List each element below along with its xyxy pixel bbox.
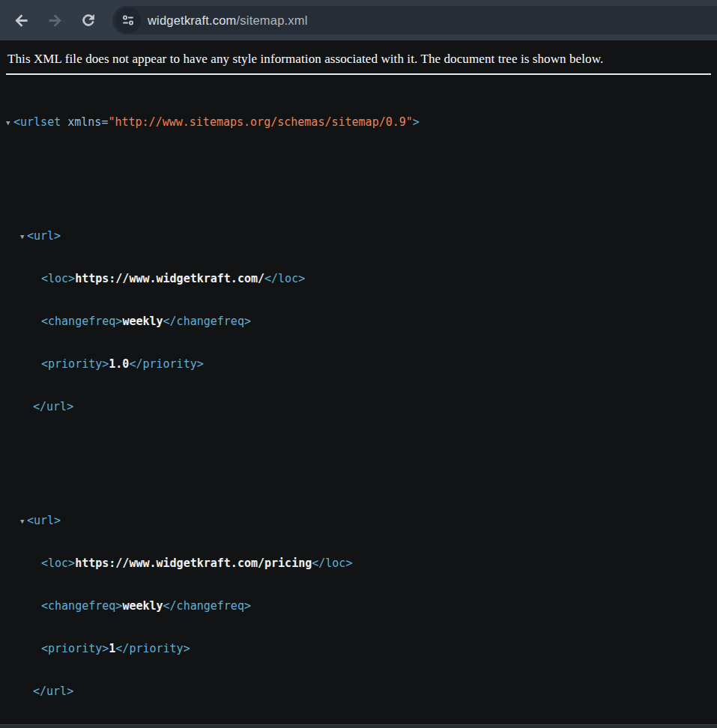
url-text[interactable]: widgetkraft.com/sitemap.xml — [148, 13, 308, 28]
back-button[interactable] — [8, 7, 34, 33]
site-info-button[interactable] — [115, 7, 141, 33]
url-open-tag: <url> — [27, 514, 61, 527]
url-path: /sitemap.xml — [237, 13, 308, 27]
priority-line: <priority>1.0</priority> — [0, 357, 717, 371]
priority-close-tag: </priority> — [115, 642, 190, 655]
loc-close-tag: </loc> — [264, 272, 305, 285]
priority-open-tag: <priority> — [41, 642, 109, 655]
reload-icon — [80, 12, 97, 28]
root-open-bracket: > — [413, 115, 420, 129]
xml-url-node: ▼<url> <loc>https://www.widgetkraft.com/… — [0, 485, 717, 727]
changefreq-line: <changefreq>weekly</changefreq> — [0, 599, 717, 613]
url-open-tag: <url> — [27, 229, 61, 243]
priority-close-tag: </priority> — [129, 357, 203, 371]
loc-close-tag: </loc> — [312, 556, 352, 570]
url-close-line: </url> — [0, 400, 717, 414]
url-close-tag: </url> — [33, 685, 73, 698]
loc-value: https://www.widgetkraft.com/ — [75, 272, 264, 285]
nav-buttons — [8, 7, 101, 33]
root-open-tag: <urlset — [13, 115, 67, 129]
forward-button[interactable] — [42, 7, 67, 33]
xml-url-list: ▼<url> <loc>https://www.widgetkraft.com/… — [0, 172, 717, 728]
url-open-line: ▼<url> — [0, 229, 717, 243]
root-attr-name: xmlns= — [67, 115, 108, 129]
loc-open-tag: <loc> — [41, 272, 75, 285]
changefreq-open-tag: <changefreq> — [41, 315, 122, 328]
xml-url-node: ▼<url> <loc>https://www.widgetkraft.com/… — [0, 201, 717, 443]
changefreq-close-tag: </changefreq> — [163, 599, 251, 613]
xml-root-open-line: ▼<urlset xmlns="http://www.sitemaps.org/… — [0, 115, 717, 130]
collapse-arrow-icon[interactable]: ▼ — [20, 515, 27, 529]
loc-open-tag: <loc> — [41, 556, 75, 570]
url-open-line: ▼<url> — [0, 514, 717, 528]
collapse-arrow-icon[interactable]: ▼ — [6, 116, 13, 130]
xml-tree: ▼<urlset xmlns="http://www.sitemaps.org/… — [0, 75, 717, 728]
collapse-arrow-icon[interactable]: ▼ — [20, 230, 27, 244]
xml-style-notice: This XML file does not appear to have an… — [0, 40, 717, 73]
reload-button[interactable] — [76, 7, 101, 33]
priority-open-tag: <priority> — [41, 357, 109, 371]
priority-line: <priority>1</priority> — [0, 642, 717, 656]
priority-value: 1 — [109, 642, 115, 655]
url-bar[interactable]: widgetkraft.com/sitemap.xml — [112, 6, 717, 34]
changefreq-value: weekly — [122, 315, 163, 328]
priority-value: 1.0 — [109, 357, 129, 371]
changefreq-value: weekly — [122, 599, 163, 613]
horizontal-scrollbar-edge[interactable] — [0, 724, 717, 728]
loc-value: https://www.widgetkraft.com/pricing — [75, 556, 312, 570]
changefreq-close-tag: </changefreq> — [163, 315, 251, 328]
loc-line: <loc>https://www.widgetkraft.com/</loc> — [0, 272, 717, 286]
url-close-tag: </url> — [33, 400, 73, 413]
url-close-line: </url> — [0, 685, 717, 699]
changefreq-open-tag: <changefreq> — [41, 599, 122, 613]
root-attr-value: "http://www.sitemaps.org/schemas/sitemap… — [108, 115, 412, 129]
back-arrow-icon — [13, 12, 30, 29]
browser-toolbar: widgetkraft.com/sitemap.xml — [0, 0, 717, 40]
xml-style-notice-text: This XML file does not appear to have an… — [7, 52, 603, 66]
forward-arrow-icon — [46, 12, 64, 29]
url-domain: widgetkraft.com — [148, 13, 237, 27]
changefreq-line: <changefreq>weekly</changefreq> — [0, 315, 717, 329]
loc-line: <loc>https://www.widgetkraft.com/pricing… — [0, 556, 717, 571]
site-info-tune-icon — [121, 13, 136, 28]
